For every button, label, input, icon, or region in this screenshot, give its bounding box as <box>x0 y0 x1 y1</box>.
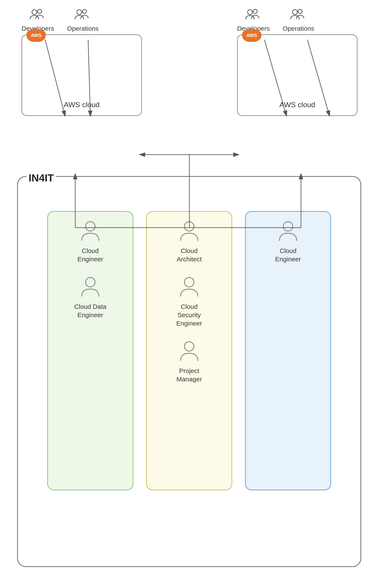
cloud-engineer-blue-item: CloudEngineer <box>275 220 301 263</box>
left-aws-badge: AWS <box>26 29 46 42</box>
cloud-architect-icon <box>177 220 201 244</box>
cloud-engineer-green-label: CloudEngineer <box>77 247 103 263</box>
right-aws-label: AWS cloud <box>280 101 315 109</box>
cloud-architect-item: CloudArchitect <box>177 220 202 263</box>
in4it-label: IN4IT <box>26 172 56 184</box>
cloud-security-engineer-item: CloudSecurityEngineer <box>176 276 202 327</box>
project-manager-label: ProjectManager <box>176 367 202 383</box>
left-aws-box: AWS AWS cloud <box>21 34 142 116</box>
cloud-data-engineer-icon <box>79 276 102 300</box>
cloud-architect-label: CloudArchitect <box>177 247 202 263</box>
right-operations-group: Operations <box>283 6 314 32</box>
cloud-engineer-blue-icon <box>276 220 300 244</box>
right-operations-icon <box>290 6 307 24</box>
right-developers-group: Developers <box>237 6 270 32</box>
svg-point-8 <box>86 222 95 231</box>
yellow-role-box: CloudArchitect CloudSecurityEngineer Pro… <box>146 211 232 490</box>
svg-point-6 <box>293 10 297 15</box>
in4it-box: IN4IT CloudEngineer Cloud DataEn <box>17 176 361 567</box>
green-role-box: CloudEngineer Cloud DataEngineer <box>47 211 133 490</box>
left-developers-icon <box>29 6 47 24</box>
cloud-engineer-blue-label: CloudEngineer <box>275 247 301 263</box>
right-aws-box: AWS AWS cloud <box>237 34 358 116</box>
right-operations-label: Operations <box>283 25 314 32</box>
left-aws-group: Developers Operations AWS AWS cloud <box>21 6 142 116</box>
cloud-engineer-green-icon <box>79 220 102 244</box>
svg-point-11 <box>184 278 194 287</box>
right-developers-icon <box>245 6 262 24</box>
svg-point-10 <box>184 222 194 231</box>
cloud-security-engineer-label: CloudSecurityEngineer <box>176 302 202 327</box>
diagram: Developers Operations AWS AWS cloud <box>0 0 379 588</box>
role-columns: CloudEngineer Cloud DataEngineer <box>31 211 347 490</box>
svg-point-1 <box>37 9 42 14</box>
left-operations-label: Operations <box>67 25 99 32</box>
blue-role-box: CloudEngineer <box>245 211 331 490</box>
svg-point-0 <box>32 10 37 15</box>
left-operations-group: Operations <box>67 6 99 32</box>
left-aws-label: AWS cloud <box>64 101 100 109</box>
svg-point-4 <box>248 10 253 15</box>
svg-point-12 <box>184 342 194 351</box>
cloud-data-engineer-item: Cloud DataEngineer <box>74 276 106 319</box>
project-manager-icon <box>177 340 201 364</box>
svg-point-3 <box>82 9 87 14</box>
cloud-data-engineer-label: Cloud DataEngineer <box>74 302 106 319</box>
svg-point-7 <box>298 9 302 14</box>
svg-point-13 <box>283 222 293 231</box>
cloud-engineer-green-item: CloudEngineer <box>77 220 103 263</box>
right-aws-badge: AWS <box>242 29 261 42</box>
left-developers-group: Developers <box>21 6 54 32</box>
svg-point-2 <box>77 10 82 15</box>
project-manager-item: ProjectManager <box>176 340 202 383</box>
right-aws-group: Developers Operations AWS AWS cloud <box>237 6 358 116</box>
svg-point-9 <box>86 278 95 287</box>
cloud-security-engineer-icon <box>177 276 201 300</box>
left-operations-icon <box>74 6 91 24</box>
svg-point-5 <box>253 9 257 14</box>
